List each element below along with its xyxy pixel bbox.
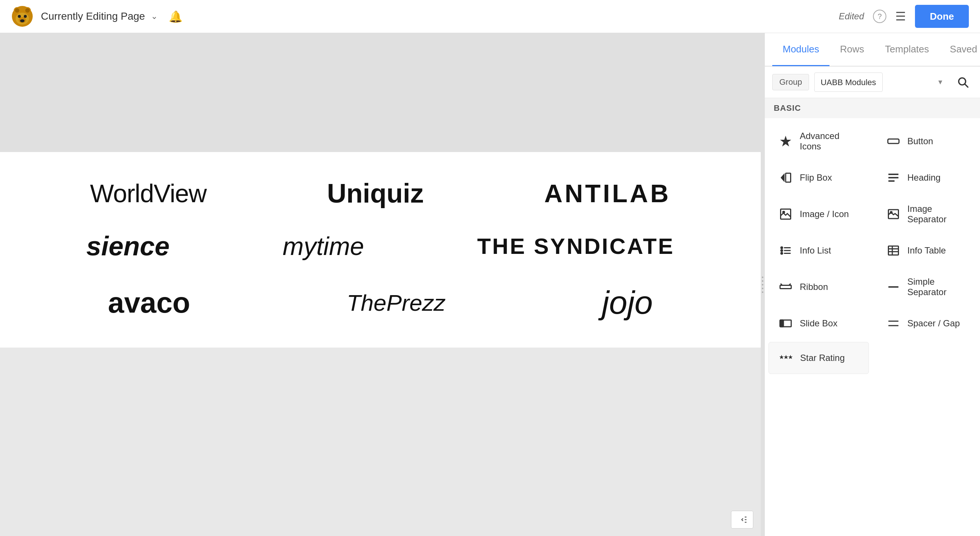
page-title: Currently Editing Page — [41, 10, 145, 22]
logo-row-3: avaco ThePrezz jojo — [30, 272, 731, 333]
sidebar: Modules Rows Templates Saved Group UABB … — [764, 33, 980, 536]
module-item-info-table[interactable]: Info Table — [876, 235, 977, 266]
select-arrow-icon: ▼ — [937, 78, 943, 86]
info-table-label: Info Table — [908, 245, 946, 256]
svg-point-27 — [781, 250, 783, 252]
svg-point-3 — [15, 8, 19, 13]
svg-rect-15 — [888, 139, 899, 143]
flip-box-icon — [778, 170, 794, 186]
module-item-spacer-gap[interactable]: Spacer / Gap — [876, 308, 977, 339]
tab-templates[interactable]: Templates — [875, 33, 940, 66]
simple-separator-label: Simple Separator — [908, 277, 968, 297]
page-dropdown-icon[interactable]: ⌄ — [151, 11, 158, 21]
svg-point-29 — [781, 252, 783, 254]
hamburger-menu-icon[interactable]: ☰ — [895, 9, 906, 24]
logo-theprezz: ThePrezz — [347, 289, 445, 316]
search-modules-button[interactable] — [953, 73, 972, 92]
advanced-icons-icon — [778, 133, 794, 150]
svg-rect-31 — [888, 246, 898, 255]
svg-rect-40 — [780, 320, 783, 327]
svg-rect-17 — [786, 173, 791, 182]
collapse-panel-button[interactable] — [731, 511, 753, 528]
resize-handle[interactable] — [761, 33, 764, 536]
logo-antilab: ANTILAB — [544, 179, 670, 208]
module-item-simple-separator[interactable]: Simple Separator — [876, 269, 977, 305]
svg-point-9 — [20, 19, 24, 22]
logos-section: WorldView Uniquiz ANTILAB sience mytime … — [0, 152, 761, 348]
ribbon-icon — [778, 279, 794, 295]
module-group-select[interactable]: UABB Modules BB Modules — [814, 73, 883, 92]
simple-separator-icon — [885, 279, 902, 295]
tab-rows[interactable]: Rows — [829, 33, 875, 66]
canvas-area: WorldView Uniquiz ANTILAB sience mytime … — [0, 33, 761, 536]
logo-syndicate: THE SYNDICATE — [477, 234, 675, 259]
main-layout: WorldView Uniquiz ANTILAB sience mytime … — [0, 33, 980, 536]
brand-logo — [11, 5, 33, 27]
spacer-gap-icon — [885, 315, 902, 332]
star-rating-icon — [778, 350, 794, 366]
button-icon — [885, 133, 902, 150]
module-item-flip-box[interactable]: Flip Box — [768, 162, 869, 193]
help-icon[interactable]: ? — [873, 10, 886, 23]
module-item-slide-box[interactable]: Slide Box — [768, 308, 869, 339]
edited-status: Edited — [839, 11, 864, 22]
logo-worldview: WorldView — [90, 179, 207, 208]
star-rating-label: Star Rating — [800, 353, 845, 363]
module-item-info-list[interactable]: Info List — [768, 235, 869, 266]
button-label: Button — [908, 136, 933, 146]
module-filter-row: Group UABB Modules BB Modules ▼ — [765, 67, 980, 98]
module-item-image-separator[interactable]: Image Separator — [876, 196, 977, 232]
svg-marker-16 — [781, 173, 785, 182]
done-button[interactable]: Done — [915, 5, 969, 28]
sidebar-tabs: Modules Rows Templates Saved — [765, 33, 980, 67]
svg-point-24 — [890, 212, 892, 213]
heading-label: Heading — [908, 172, 940, 183]
heading-icon — [885, 170, 902, 186]
ribbon-label: Ribbon — [800, 282, 828, 292]
module-item-image-icon[interactable]: Image / Icon — [768, 196, 869, 232]
topbar-right: Edited ? ☰ Done — [839, 5, 969, 28]
svg-point-4 — [25, 8, 30, 13]
image-separator-label: Image Separator — [908, 204, 968, 224]
module-group-select-wrapper: UABB Modules BB Modules ▼ — [814, 73, 948, 92]
info-list-label: Info List — [800, 245, 831, 256]
logo-avaco: avaco — [108, 286, 190, 320]
logo-sience: sience — [86, 231, 169, 261]
info-table-icon — [885, 242, 902, 259]
logo-mytime: mytime — [283, 232, 364, 261]
flip-box-label: Flip Box — [800, 172, 832, 183]
svg-point-8 — [24, 15, 27, 18]
module-item-ribbon[interactable]: Ribbon — [768, 269, 869, 305]
image-separator-icon — [885, 206, 902, 222]
module-item-star-rating[interactable]: Star Rating — [768, 342, 869, 374]
module-grid: Advanced Icons Button — [765, 118, 980, 379]
svg-point-7 — [18, 15, 21, 18]
svg-point-25 — [781, 247, 783, 249]
logo-row-1: WorldView Uniquiz ANTILAB — [30, 167, 731, 219]
advanced-icons-label: Advanced Icons — [800, 131, 860, 152]
image-icon-label: Image / Icon — [800, 209, 849, 219]
module-item-button[interactable]: Button — [876, 123, 977, 159]
slide-box-icon — [778, 315, 794, 332]
basic-section-header: Basic — [765, 98, 980, 118]
svg-line-14 — [965, 84, 968, 87]
module-item-advanced-icons[interactable]: Advanced Icons — [768, 123, 869, 159]
logo-uniquiz: Uniquiz — [327, 178, 424, 208]
topbar: Currently Editing Page ⌄ 🔔 Edited ? ☰ Do… — [0, 0, 980, 33]
group-label: Group — [772, 74, 809, 90]
image-icon-icon — [778, 206, 794, 222]
logo-row-2: sience mytime THE SYNDICATE — [30, 219, 731, 272]
logo-jojo: jojo — [602, 284, 652, 321]
spacer-gap-label: Spacer / Gap — [908, 318, 960, 329]
info-list-icon — [778, 242, 794, 259]
canvas-top-region — [0, 33, 761, 152]
svg-point-22 — [783, 212, 785, 213]
tab-modules[interactable]: Modules — [772, 33, 829, 66]
module-item-heading[interactable]: Heading — [876, 162, 977, 193]
tab-saved[interactable]: Saved — [940, 33, 980, 66]
svg-rect-35 — [780, 285, 791, 289]
notification-bell-icon[interactable]: 🔔 — [169, 10, 183, 23]
slide-box-label: Slide Box — [800, 318, 837, 329]
